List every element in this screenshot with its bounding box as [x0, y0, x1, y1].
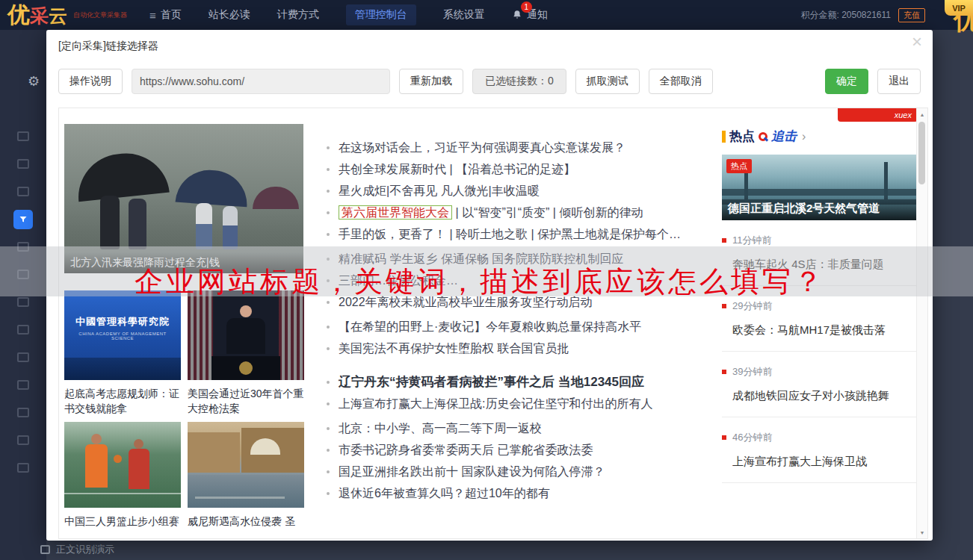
url-input[interactable]: [132, 69, 390, 94]
card-row-1: 中國管理科學研究院 CHINA ACADEMY OF MANAGEMENT SC…: [64, 290, 305, 416]
hotspot-item[interactable]: 46分钟前 上海宣布打赢大上海保卫战: [722, 417, 918, 483]
nav-item-notifications[interactable]: 1 通知: [512, 4, 548, 25]
nav-item-console[interactable]: 管理控制台: [346, 4, 416, 25]
umbrella-shape: [253, 187, 299, 209]
hotspot-title: 奔驰车起火 4S店：非质量问题: [732, 258, 918, 272]
ball-shape: [114, 455, 122, 463]
hamburger-icon: ≡: [149, 9, 156, 22]
sidebar-icon[interactable]: [17, 270, 29, 279]
grab-test-button[interactable]: 抓取测试: [575, 69, 640, 94]
red-square-bullet: [722, 238, 726, 243]
webpage-scrollbar[interactable]: ▲ ▼: [916, 108, 927, 538]
news-link[interactable]: 退休近6年被查算久吗？超过10年的都有: [322, 482, 720, 504]
yellow-bar-icon: [722, 131, 726, 143]
news-card[interactable]: 威尼斯遇高水位侵袭 圣: [188, 422, 304, 529]
vip-badge[interactable]: VIP: [945, 0, 973, 16]
gear-icon[interactable]: ⚙: [28, 73, 40, 90]
timestamp: 11分钟前: [732, 234, 772, 247]
news-text: 国足亚洲排名跌出前十 国家队建设为何陷入停滞？: [339, 465, 605, 478]
close-icon[interactable]: ×: [912, 33, 922, 51]
news-link[interactable]: 第六届世界智能大会 | 以“智变”引“质变” | 倾听创新的律动: [322, 202, 720, 223]
news-text: 【在希望的田野上·麦收记】今年夏粮收购总量保持高水平: [339, 320, 641, 333]
scrollbar-thumb[interactable]: [918, 122, 925, 184]
news-link[interactable]: 美国宪法不再保护女性堕胎权 联合国官员批: [322, 337, 720, 359]
news-link[interactable]: 三部门…住房公积金…: [322, 270, 720, 291]
news-text: 上海宣布打赢大上海保卫战:历史会记住坚守和付出的所有人: [339, 397, 652, 410]
news-link[interactable]: 2022年离校未就业高校毕业生服务攻坚行动启动: [322, 291, 720, 313]
nav-label: 系统设置: [443, 8, 485, 22]
sidebar-icon[interactable]: [17, 408, 29, 417]
reflection-shape: [195, 497, 285, 499]
nav-item-must-read[interactable]: 站长必读: [208, 4, 250, 25]
news-link[interactable]: 北京：中小学、高一高二等下周一返校: [322, 417, 720, 439]
hotspot-header[interactable]: 热点 追击 ›: [722, 128, 918, 145]
news-link[interactable]: 星火成炬|不舍再见 凡人微光|丰收温暖: [322, 180, 720, 202]
promo-banner[interactable]: xuex: [838, 108, 918, 122]
lead-photo-link[interactable]: 北方入汛来最强降雨过程全充|钱: [64, 124, 303, 273]
red-square-bullet: [722, 435, 726, 440]
sidebar-icon[interactable]: [17, 352, 29, 362]
confirm-button[interactable]: 确定: [825, 69, 868, 94]
reload-button[interactable]: 重新加载: [399, 69, 463, 94]
news-link[interactable]: 上海宣布打赢大上海保卫战:历史会记住坚守和付出的所有人: [322, 393, 720, 414]
sidebar-icon[interactable]: [17, 187, 29, 196]
cancel-all-button[interactable]: 全部取消: [649, 69, 713, 94]
sidebar-icon[interactable]: [17, 463, 29, 473]
news-link[interactable]: 国足亚洲排名跌出前十 国家队建设为何陷入停滞？: [322, 461, 720, 482]
card-image-venice: [188, 422, 304, 508]
notification-badge: 1: [521, 1, 532, 13]
nav-item-pricing[interactable]: 计费方式: [277, 4, 319, 25]
recharge-button[interactable]: 充值: [898, 8, 925, 22]
hotspot-item[interactable]: 39分钟前 成都地铁回应女子对小孩跳艳舞: [722, 352, 918, 417]
institute-title: 中國管理科學研究院: [75, 315, 170, 329]
sidebar-icon[interactable]: [17, 297, 29, 307]
player-shape: [85, 444, 108, 488]
news-card[interactable]: 中國管理科學研究院 CHINA ACADEMY OF MANAGEMENT SC…: [64, 290, 181, 416]
sidebar-icon[interactable]: [17, 380, 29, 390]
building-shape: [188, 432, 240, 473]
hotspot-title-suffix: 追击: [771, 128, 797, 145]
sidebar-item-active-funnel[interactable]: [13, 210, 33, 229]
person-shape: [129, 199, 146, 249]
help-button[interactable]: 操作说明: [58, 69, 123, 94]
scroll-down-button[interactable]: ▼: [917, 526, 927, 538]
news-card[interactable]: 中国三人男篮止步小组赛: [64, 422, 181, 529]
sidebar-icon[interactable]: [17, 325, 29, 335]
person-shape: [223, 206, 238, 249]
nav-item-settings[interactable]: 系统设置: [443, 4, 485, 25]
umbrella-shape: [74, 149, 169, 202]
news-card[interactable]: 美国会通过近30年首个重大控枪法案: [188, 290, 304, 416]
sidebar-icon[interactable]: [17, 435, 29, 445]
news-link[interactable]: 在这场对话会上，习近平为何强调要真心实意谋发展？: [322, 137, 720, 158]
hotspot-item[interactable]: 29分钟前 欧委会：马航MH17是被俄击落: [722, 286, 918, 352]
news-link[interactable]: 手里的饭，更香了！ | 聆听土地之歌 | 保护黑土地就是保护每个…: [322, 223, 720, 245]
highlighted-link[interactable]: 第六届世界智能大会: [339, 205, 452, 220]
sidebar-icon[interactable]: [17, 159, 29, 169]
sidebar-icon[interactable]: [17, 242, 29, 252]
hotspot-time-row: 29分钟前: [722, 299, 918, 313]
left-sidebar: ⚙: [0, 30, 46, 560]
news-text: 手里的饭，更香了！ | 聆听土地之歌 | 保护黑土地就是保护每个…: [339, 228, 681, 240]
red-square-bullet: [722, 370, 726, 374]
seal-shape: [239, 361, 253, 375]
news-link[interactable]: 共创全球发展新时代 | 【沿着总书记的足迹】: [322, 158, 720, 180]
hotspot-title: 成都地铁回应女子对小孩跳艳舞: [732, 389, 918, 403]
logo-char: 采: [30, 4, 49, 28]
news-link[interactable]: 精准赋码 学生返乡 保通保畅 国务院联防联控机制回应: [322, 248, 720, 270]
hotspot-item[interactable]: 11分钟前 奔驰车起火 4S店：非质量问题: [722, 220, 918, 286]
nav-item-home[interactable]: ≡ 首页: [149, 4, 182, 25]
news-link[interactable]: 辽宁丹东“持黄码者看病被拦”事件之后 当地12345回应: [322, 371, 720, 393]
bell-icon: 1: [512, 10, 522, 20]
hotspot-feature-link[interactable]: 热点 德国正重启北溪2号天然气管道: [722, 155, 918, 220]
headline-column: 在这场对话会上，习近平为何强调要真心实意谋发展？ 共创全球发展新时代 | 【沿着…: [322, 137, 720, 504]
sidebar-icon-stack: [0, 131, 46, 473]
news-link[interactable]: 市委书记跻身省委常委两天后 已掌舵省委政法委: [322, 439, 720, 461]
scroll-up-button[interactable]: ▲: [917, 108, 927, 120]
app-logo[interactable]: 优 采 云: [7, 0, 67, 31]
demo-menu-item[interactable]: 正文识别演示: [40, 543, 114, 556]
nav-label: 站长必读: [208, 8, 250, 22]
umbrella-shape: [176, 168, 250, 208]
exit-button[interactable]: 退出: [877, 69, 921, 94]
news-link[interactable]: 【在希望的田野上·麦收记】今年夏粮收购总量保持高水平: [322, 316, 720, 337]
sidebar-icon[interactable]: [17, 131, 29, 141]
